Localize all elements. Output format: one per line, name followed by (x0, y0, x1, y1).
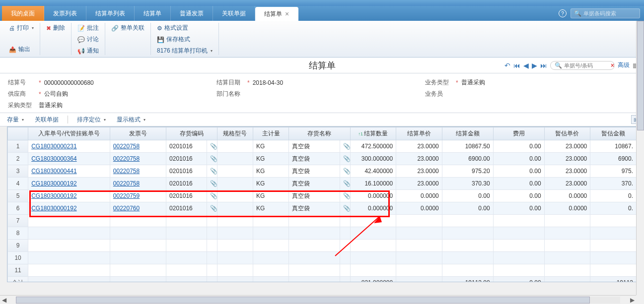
doc-link[interactable]: CG18030000441 (31, 168, 76, 175)
col-qty[interactable]: ↑1结算数量 (350, 127, 396, 140)
display-button[interactable]: 显示格式▾ (115, 115, 147, 125)
format-button[interactable]: ⚙格式设置 (155, 23, 215, 33)
footer-amt: 19113.00 (442, 277, 493, 283)
clear-icon[interactable]: × (611, 62, 614, 69)
vertical-scrollbar[interactable] (636, 21, 644, 295)
settings-icon: ⚙ (157, 25, 162, 32)
footer-label: 合计 (8, 277, 28, 283)
attachment-icon[interactable]: 📎 (210, 143, 217, 150)
doc-link[interactable]: CG18030000364 (31, 155, 76, 162)
table-row[interactable]: 3CG18030000441002207580201016📎KG真空袋📎42.4… (8, 165, 637, 178)
doc-link[interactable]: 00220758 (113, 143, 140, 150)
attachment-icon[interactable]: 📎 (343, 180, 351, 187)
scroll-left-icon[interactable]: ◀ (0, 297, 8, 304)
col-ea[interactable]: 暂估金额 (590, 127, 637, 140)
next-icon[interactable]: ▶ (532, 61, 537, 69)
tab-settle[interactable]: 结算单 (135, 6, 171, 21)
col-inno[interactable]: 入库单号/代管挂账单号 (28, 127, 110, 140)
attachment-icon[interactable]: 📎 (343, 192, 351, 199)
doc-titlebar: 结算单 ↶ ⏮ ◀ ▶ ⏭ 🔍 × 高级 ▦ (0, 58, 644, 73)
tab-related[interactable]: 关联单据 (213, 6, 255, 21)
attachment-icon[interactable]: 📎 (210, 168, 217, 175)
table-row[interactable]: 11 (8, 264, 637, 277)
table-row[interactable]: 6CG18030000192002207600201016📎KG真空袋📎0.00… (8, 202, 637, 215)
col-ep[interactable]: 暂估单价 (544, 127, 590, 140)
attachment-icon[interactable]: 📎 (210, 155, 217, 162)
table-row[interactable]: 5CG18030000192002207590201016📎KG真空袋📎0.00… (8, 190, 637, 202)
val-no: 000000000000680 (44, 79, 94, 86)
col-stockname[interactable]: 存货名称 (289, 127, 351, 140)
printer-icon: 🖨 (9, 25, 15, 32)
form-area: 结算号*000000000000680 结算日期*2018-04-30 业务类型… (0, 73, 644, 113)
annotate-button[interactable]: 📝批注 (75, 23, 101, 33)
top-search[interactable]: 🔍 (571, 8, 640, 18)
tab-normal-invoice[interactable]: 普通发票 (171, 6, 213, 21)
horizontal-scrollbar[interactable]: ◀ ▶ (0, 295, 636, 304)
tab-invoice-list[interactable]: 发票列表 (44, 6, 86, 21)
relate-button[interactable]: 🔗整单关联 (109, 23, 146, 33)
table-row[interactable]: 7 (8, 215, 637, 227)
doc-link[interactable]: CG18030000192 (31, 205, 76, 212)
doc-link[interactable]: 00220760 (113, 205, 140, 212)
doc-search-input[interactable] (564, 62, 609, 68)
search-icon: 🔍 (574, 10, 581, 17)
attachment-icon[interactable]: 📎 (210, 205, 217, 212)
label-supplier: 供应商 (8, 90, 36, 98)
discuss-button[interactable]: 💬讨论 (75, 34, 101, 45)
doc-link[interactable]: 00220758 (113, 180, 140, 187)
doc-link[interactable]: 00220758 (113, 155, 140, 162)
footer-row: 合计 831.000000 19113.00 0.00 19113 (8, 277, 637, 283)
col-uom[interactable]: 主计量 (253, 127, 289, 140)
doc-link[interactable]: CG18030000231 (31, 143, 76, 150)
close-icon[interactable]: × (285, 10, 289, 18)
attachment-icon[interactable]: 📎 (210, 180, 217, 187)
tab-settle-active[interactable]: 结算单× (255, 7, 298, 21)
printtpl-button[interactable]: 8176 结算单打印机▾ (155, 46, 215, 56)
doc-link[interactable]: 00220758 (113, 168, 140, 175)
first-icon[interactable]: ⏮ (513, 61, 520, 69)
prev-icon[interactable]: ◀ (523, 61, 529, 69)
table-row[interactable]: 1CG18030000231002207580201016📎KG真空袋📎472.… (8, 140, 637, 153)
chat-icon: 💬 (77, 36, 85, 43)
attachment-icon[interactable]: 📎 (343, 205, 351, 212)
undo-icon[interactable]: ↶ (504, 61, 510, 69)
relate-doc-button[interactable]: 关联单据 (33, 115, 61, 125)
scroll-right-icon[interactable]: ▶ (628, 297, 636, 304)
notify-button[interactable]: 📢通知 (75, 46, 101, 56)
doc-link[interactable]: 00220759 (113, 192, 140, 199)
table-row[interactable]: 2CG18030000364002207580201016📎KG真空袋📎300.… (8, 153, 637, 165)
output-button[interactable]: 📤输出 (7, 44, 36, 55)
tab-settle-list[interactable]: 结算单列表 (86, 6, 135, 21)
table-row[interactable]: 10 (8, 252, 637, 264)
print-button[interactable]: 🖨打印▾ (7, 23, 36, 33)
stock-button[interactable]: 存量▾ (5, 115, 26, 125)
table-row[interactable]: 4CG18030000192002207580201016📎KG真空袋📎16.1… (8, 178, 637, 190)
advanced-link[interactable]: 高级 (618, 61, 630, 69)
save-icon: 💾 (157, 36, 164, 43)
doc-link[interactable]: CG18030000192 (31, 192, 76, 199)
col-amt[interactable]: 结算金额 (442, 127, 493, 140)
label-date: 结算日期 (216, 78, 244, 87)
last-icon[interactable]: ⏭ (540, 61, 547, 69)
link-icon: 🔗 (111, 25, 119, 32)
delete-button[interactable]: ✖删除 (44, 23, 67, 33)
saveformat-button[interactable]: 💾保存格式 (155, 34, 215, 45)
attachment-icon[interactable]: 📎 (343, 168, 351, 175)
col-stockcode[interactable]: 存货编码 (166, 127, 217, 140)
col-fee[interactable]: 费用 (493, 127, 544, 140)
col-invno[interactable]: 发票号 (110, 127, 166, 140)
col-spec[interactable]: 规格型号 (217, 127, 253, 140)
col-price[interactable]: 结算单价 (396, 127, 442, 140)
col-rownum[interactable] (8, 127, 28, 140)
doc-link[interactable]: CG18030000192 (31, 180, 76, 187)
tab-desktop[interactable]: 我的桌面 (2, 6, 44, 21)
table-row[interactable]: 8 (8, 227, 637, 240)
attachment-icon[interactable]: 📎 (210, 192, 217, 199)
attachment-icon[interactable]: 📎 (343, 143, 351, 150)
help-icon[interactable]: ? (559, 9, 567, 17)
sort-button[interactable]: 排序定位▾ (75, 115, 108, 125)
top-search-input[interactable] (583, 10, 633, 16)
table-row[interactable]: 9 (8, 240, 637, 252)
doc-search[interactable]: 🔍 × (550, 61, 615, 70)
attachment-icon[interactable]: 📎 (343, 155, 351, 162)
